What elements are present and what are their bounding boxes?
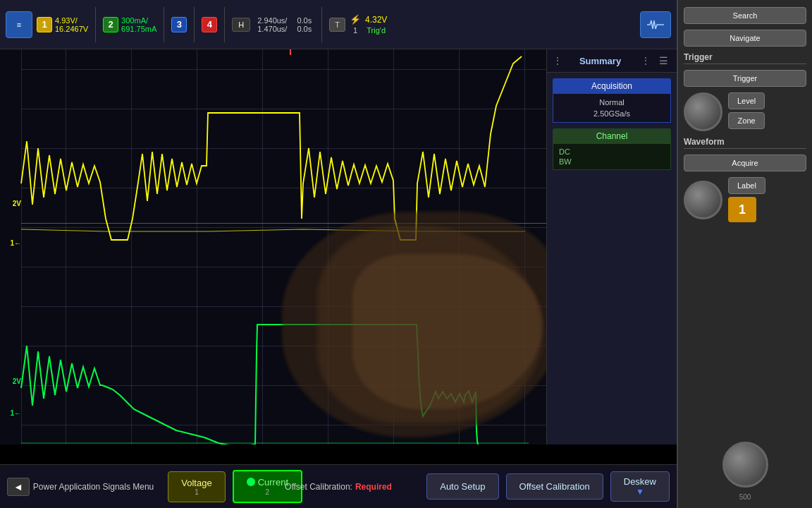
top-toolbar: ≡ 1 4.93V/ 16.2467V 2 300mA/ 691.75mA 3 … [0,0,677,49]
grid-h6 [21,267,546,267]
summary-icons: ⋮ ☰ [638,54,671,68]
ch1-number[interactable]: 1 [37,17,52,32]
divider5 [321,7,322,42]
navigate-button[interactable]: Navigate [684,30,806,47]
auto-setup-button[interactable]: Auto Setup [426,473,498,500]
channel-body: DC BW [553,144,671,170]
ch2-values: 300mA/ 691.75mA [121,16,156,33]
ch1-scale-label: 2V [1,200,21,207]
grid-v0 [21,49,22,445]
trig-val-block: 4.32V Trig'd [365,15,387,35]
summary-panel: ⋮ Summary ⋮ ☰ Acquisition Normal 2.50GSa… [546,49,677,445]
divider4 [224,7,225,42]
deskew-button[interactable]: Deskew ▼ [610,471,670,502]
offset-label: Offset Calibration: [285,482,352,492]
bottom-knob[interactable] [722,442,768,488]
grid-h3 [21,148,546,149]
right-panel: Search Navigate Trigger Trigger Level Zo… [677,0,812,508]
ch1-val-bot: 16.2467V [55,25,88,33]
waveform-knob[interactable] [684,181,722,219]
scope-menu-button[interactable]: ≡ [6,11,32,38]
offset2: 0.0s [297,25,312,33]
bottom-bar: ◄ Power Application Signals Menu Voltage… [0,464,677,508]
grid-v6 [393,49,394,445]
time-bot: 1.470us/ [257,25,287,33]
lightning-icon: ⚡ [350,14,361,25]
acquire-button[interactable]: Acquire [684,155,806,171]
divider1 [95,7,96,42]
offset1: 0.0s [297,16,312,25]
trigger-knob[interactable] [684,92,722,131]
grid-h4 [21,188,546,188]
trigger-marker [290,49,291,55]
ch3-number[interactable]: 3 [171,17,187,32]
ch4-number[interactable]: 4 [202,17,217,32]
label-button[interactable]: Label [728,177,765,194]
trig-block: ⚡ 1 [350,14,361,35]
grid-h7 [21,306,546,307]
trig-num: 1 [353,26,357,35]
level-zone-buttons: Level Zone [728,92,765,131]
scope-view-button[interactable] [640,11,671,38]
voltage-button[interactable]: Voltage 1 [168,471,225,502]
waveform-section-label: Waveform [684,137,806,149]
ch1-ref-label: 1← [1,239,21,247]
back-button[interactable]: ◄ [7,478,30,496]
ch-row1: DC [559,147,665,157]
summary-header: ⋮ Summary ⋮ ☰ [547,49,677,73]
trig-value: 4.32V [365,15,387,25]
channel-section: Channel DC BW [553,128,671,170]
grid-v1 [66,49,66,445]
waveform-knob-group: Label 1 [684,177,806,222]
grid-v2 [131,49,132,445]
label-group: Label 1 [728,177,765,222]
grid-v4 [262,49,263,445]
scope-display: 2V 1← 2V 1← [0,49,546,445]
t-button[interactable]: T [329,18,345,32]
summary-title: Summary [579,56,621,66]
grid-v7 [459,49,460,445]
current-ch-label: 2 [247,488,288,496]
trigger-section-label: Trigger [684,52,806,64]
time-block: 2.940us/ 1.470us/ [257,16,287,33]
acq-rate: 2.50GSa/s [559,108,665,119]
divider2 [164,7,164,42]
offset-block: 0.0s 0.0s [297,16,312,33]
summary-list-icon[interactable]: ☰ [656,54,671,68]
voltage-ch-label: 1 [181,488,211,496]
acquisition-body: Normal 2.50GSa/s [553,94,671,123]
h-button[interactable]: H [232,18,250,32]
ch2-val-top: 300mA/ [121,16,156,25]
grid-h5 [21,227,546,228]
grid-h2 [21,109,546,109]
summary-grid-icon[interactable]: ⋮ [638,54,653,68]
acquisition-section: Acquisition Normal 2.50GSa/s [553,78,671,123]
trigger-button[interactable]: Trigger [684,70,806,87]
ch2-val-bot: 691.75mA [121,25,156,33]
channel-divider [21,223,546,224]
search-button[interactable]: Search [684,7,806,24]
current-active-dot [247,478,255,486]
ch2-block: 2 300mA/ 691.75mA [103,16,156,33]
grid-h9 [21,385,546,386]
ch1-values: 4.93V/ 16.2467V [55,16,88,33]
ch2-number[interactable]: 2 [103,17,118,32]
waveform-icon [647,18,664,31]
level-button[interactable]: Level [728,92,765,109]
acquisition-header[interactable]: Acquisition [553,78,671,94]
level-zone-group: Level Zone [684,92,806,131]
left-arrow-group: ◄ Power Application Signals Menu [7,478,161,496]
grid-h8 [21,346,546,346]
grid-h1 [21,69,546,70]
channel-header[interactable]: Channel [553,128,671,144]
ch1-block: 1 4.93V/ 16.2467V [37,16,88,33]
trig-status: Trig'd [367,26,386,35]
zone-button[interactable]: Zone [728,112,765,129]
time-top: 2.940us/ [257,16,287,25]
offset-calibration-button[interactable]: Offset Calibration [506,473,603,500]
ch-row2: BW [559,157,665,167]
ch2-scale-label: 2V [1,377,21,385]
grid-h10 [21,425,546,425]
acq-mode: Normal [559,97,665,108]
ch1-val-top: 4.93V/ [55,16,88,25]
